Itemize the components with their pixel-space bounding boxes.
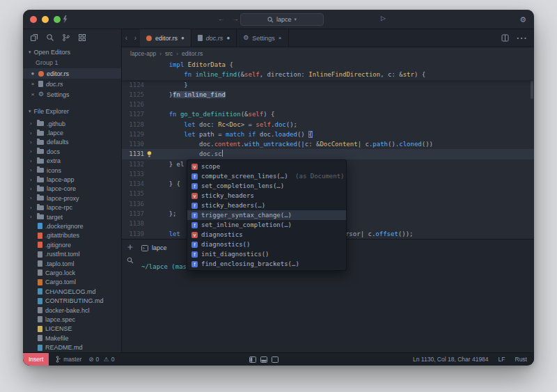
file-explorer-header[interactable]: ▾ File Explorer [23,105,121,117]
tree-file-row[interactable]: CONTRIBUTING.md [23,296,121,305]
completion-item[interactable]: fset_completion_lens(…) [187,181,346,191]
breadcrumb-segment[interactable]: lapce-app [130,50,156,57]
new-terminal-icon[interactable] [127,244,134,251]
mode-indicator[interactable]: Insert [23,353,49,366]
tab-nav-prev-icon[interactable]: ‹ [122,29,131,47]
toggle-right-panel-icon[interactable] [272,356,278,363]
tree-file-row[interactable]: docker-bake.hcl [23,306,121,315]
tree-file-row[interactable]: CHANGELOG.md [23,287,121,296]
toggle-bottom-panel-icon[interactable] [260,356,267,363]
breadcrumb[interactable]: lapce-app›src›editor.rs [122,47,534,60]
code-line[interactable]: 1130 doc.content.with_untracked(|c: &Doc… [122,139,534,149]
line-ending[interactable]: LF [499,356,505,363]
code-line[interactable]: 1126 [122,100,534,109]
tree-folder-row[interactable]: ›.lapce [23,128,121,137]
completion-item[interactable]: fsticky_headers(…) [187,201,346,210]
breadcrumb-segment[interactable]: editor.rs [182,50,203,57]
completion-item[interactable]: fcompute_screen_lines(…) (as Document) [187,171,346,181]
forward-button[interactable]: → [230,15,240,22]
code-line[interactable]: 1125 }fn inline_find [122,90,534,100]
tree-folder-row[interactable]: ›defaults [23,138,121,147]
tree-file-row[interactable]: Cargo.lock [23,268,121,277]
completion-item[interactable]: fset_inline_completion(…) [187,220,346,230]
close-window-button[interactable] [30,16,37,23]
tree-file-row[interactable]: Cargo.toml [23,278,121,287]
tree-folder-row[interactable]: ›lapce-app [23,175,121,184]
terminal-tab[interactable]: lapce [141,242,167,253]
open-editor-item[interactable]: ×⚙Settings [23,89,121,100]
split-editor-icon[interactable] [501,34,509,42]
rust-icon [38,71,44,77]
tree-file-row[interactable]: LICENSE [23,324,121,334]
tree-folder-row[interactable]: ›docs [23,147,121,156]
language-mode[interactable]: Rust [515,356,527,363]
editor-tab[interactable]: doc.rs● [191,29,237,47]
tree-file-row[interactable]: .dockerignore [23,221,121,230]
terminal-search-icon[interactable] [127,257,134,264]
tree-file-row[interactable]: .rustfmt.toml [23,249,121,258]
code-line[interactable]: 1127 fn go_to_definition(&self) { [122,109,534,119]
git-branch[interactable]: master [56,356,81,363]
completion-item[interactable]: ftrigger_syntax_change(…) [187,210,346,220]
tree-folder-row[interactable]: ›icons [23,166,121,175]
tree-item-label: CONTRIBUTING.md [45,297,104,304]
open-editors-header[interactable]: ▾ Open Editors [23,46,121,58]
connection-bolt-icon[interactable] [62,15,68,24]
close-icon[interactable]: × [30,91,36,97]
back-button[interactable]: ← [217,15,226,22]
code-line[interactable]: impl EditorData { [122,60,534,70]
tree-folder-row[interactable]: ›lapce-proxy [23,194,121,203]
tab-close-icon[interactable]: × [278,35,282,41]
tree-folder-row[interactable]: ›target [23,212,121,221]
code-line[interactable]: fn inline_find(&self, direction: InlineF… [122,70,534,79]
tree-file-row[interactable]: lapce.spec [23,315,121,324]
editor-scrollbar[interactable] [531,81,533,99]
open-editor-item[interactable]: ●editor.rs [23,68,121,79]
chevron-down-icon: ▾ [29,49,31,55]
code-line[interactable]: 1124 } [122,80,534,90]
code-line[interactable]: 1129 let path = match if doc.loaded() { [122,130,534,139]
more-actions-icon[interactable]: ⋯ [516,31,527,45]
tree-file-row[interactable]: Makefile [23,334,121,343]
source-control-panel-icon[interactable] [62,33,70,42]
completion-item[interactable]: vsticky_headers [187,191,346,201]
open-editor-item[interactable]: ×doc.rs [23,79,121,89]
tree-file-row[interactable]: README.md [23,343,121,352]
run-button[interactable]: ▷ [381,15,386,22]
problems-indicator[interactable]: ⊘ 0 ⚠ 0 [88,356,114,363]
completion-item[interactable]: finit_diagnostics() [187,249,346,259]
code-line[interactable]: 1131 doc.sc [122,149,534,159]
minimize-window-button[interactable] [42,16,49,23]
toggle-left-panel-icon[interactable] [249,356,256,363]
tree-file-row[interactable]: .taplo.toml [23,259,121,268]
tree-folder-row[interactable]: ›lapce-core [23,185,121,194]
close-icon[interactable]: × [30,81,36,87]
plugins-panel-icon[interactable] [78,33,86,42]
settings-gear-icon[interactable]: ⚙ [519,14,526,25]
completion-item[interactable]: vdiagnostics [187,230,346,240]
tree-folder-row[interactable]: ›.github [23,119,121,128]
tree-folder-row[interactable]: ›extra [23,157,121,166]
tree-file-row[interactable]: .gitignore [23,240,121,249]
code-text: doc.content.with_untracked(|c: &DocConte… [154,139,433,149]
command-palette-button[interactable]: lapce ▾ [240,13,324,26]
completion-item[interactable]: fdiagnostics() [187,240,346,249]
titlebar[interactable]: ← → lapce ▾ ▷ ⚙ [23,10,534,29]
editor-tab[interactable]: editor.rs● [140,29,191,47]
code-line[interactable]: 1128 let doc: Rc<Doc> = self.doc(); [122,120,534,130]
tree-item-label: .taplo.toml [45,260,74,267]
terminal-tab-label: lapce [152,244,167,251]
tree-folder-row[interactable]: ›lapce-rpc [23,203,121,212]
breadcrumb-segment[interactable]: src [165,50,173,57]
code-action-lightbulb-icon[interactable] [147,151,152,157]
zoom-window-button[interactable] [54,16,61,23]
completion-item[interactable]: ffind_enclosing_brackets(…) [187,259,346,269]
tree-file-row[interactable]: .gitattributes [23,231,121,240]
file-explorer-panel-icon[interactable] [30,33,38,42]
tab-nav-next-icon[interactable]: › [131,29,140,47]
search-panel-icon[interactable] [46,33,54,42]
completion-item[interactable]: vscope [187,162,346,171]
cursor-position[interactable]: Ln 1130, Col 18, Char 41984 [413,356,489,363]
file-icon [38,233,42,239]
editor-tab[interactable]: ⚙Settings× [237,29,288,47]
